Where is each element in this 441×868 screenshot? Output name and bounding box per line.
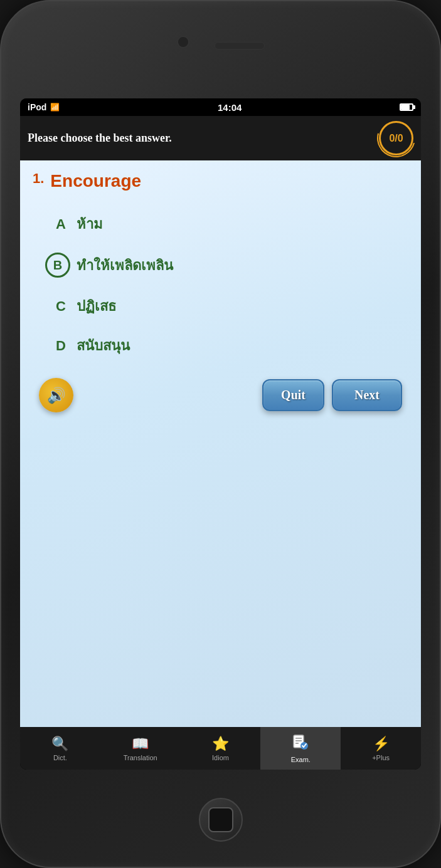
carrier-label: iPod (28, 102, 46, 112)
score-badge: 0/0 (379, 121, 413, 155)
score-value: 0/0 (389, 133, 403, 144)
question-number: 1. (33, 170, 44, 187)
main-content: 1. Encourage A ห้าม B ทำให้เพลิดเพลิน C (20, 160, 421, 727)
header-bar: Please choose the best answer. 0/0 (20, 116, 421, 160)
sound-icon: 🔊 (47, 387, 66, 404)
question-word: Encourage (50, 171, 141, 191)
answer-letter-a: A (45, 216, 77, 233)
tab-dict-label: Dict. (53, 754, 67, 761)
home-button-inner (208, 807, 233, 832)
answer-text-d: สนับสนุน (77, 335, 130, 357)
next-button[interactable]: Next (332, 379, 402, 411)
tab-plus-label: +Plus (372, 754, 390, 761)
translation-icon: 📖 (132, 736, 149, 752)
tab-idiom[interactable]: ⭐ Idiom (181, 727, 261, 770)
tab-exam[interactable]: Exam. (260, 727, 341, 770)
tab-translation[interactable]: 📖 Translation (100, 727, 181, 770)
idiom-icon: ⭐ (212, 736, 229, 752)
tab-translation-label: Translation (124, 754, 157, 761)
answer-row-c[interactable]: C ปฏิเสธ (33, 295, 408, 317)
tab-plus[interactable]: ⚡ +Plus (341, 727, 421, 770)
quit-button[interactable]: Quit (262, 379, 324, 411)
answer-letter-b: B (45, 253, 70, 278)
answer-letter-c: C (45, 298, 77, 315)
answer-text-c: ปฏิเสธ (77, 295, 116, 317)
status-bar: iPod 📶 14:04 (20, 98, 421, 116)
status-time: 14:04 (218, 102, 242, 113)
exam-icon (292, 734, 309, 754)
phone-screen: iPod 📶 14:04 Please choose the best answ… (20, 98, 421, 770)
answer-letter-d: D (45, 338, 77, 354)
answer-text-a: ห้าม (77, 213, 103, 235)
content-area: Please choose the best answer. 0/0 1. En… (20, 116, 421, 770)
phone-device: iPod 📶 14:04 Please choose the best answ… (0, 0, 441, 868)
camera (177, 36, 189, 48)
question-row: 1. Encourage (33, 170, 408, 192)
tab-idiom-label: Idiom (212, 754, 229, 761)
tab-dict[interactable]: 🔍 Dict. (20, 727, 100, 770)
header-title: Please choose the best answer. (28, 132, 373, 145)
bottom-controls: 🔊 Quit Next (33, 378, 408, 412)
home-button[interactable] (199, 798, 243, 842)
tab-exam-label: Exam. (291, 756, 311, 763)
battery-fill (401, 105, 410, 110)
tab-bar: 🔍 Dict. 📖 Translation ⭐ Idiom (20, 727, 421, 770)
answer-text-b: ทำให้เพลิดเพลิน (77, 254, 173, 276)
speaker (215, 42, 265, 50)
answer-row-a[interactable]: A ห้าม (33, 213, 408, 235)
battery-icon (400, 103, 413, 111)
answer-row-b[interactable]: B ทำให้เพลิดเพลิน (33, 253, 408, 278)
wifi-icon: 📶 (50, 103, 60, 112)
dict-icon: 🔍 (51, 736, 68, 752)
sound-button[interactable]: 🔊 (39, 378, 73, 412)
plus-icon: ⚡ (373, 736, 390, 752)
status-left: iPod 📶 (28, 102, 60, 112)
answer-row-d[interactable]: D สนับสนุน (33, 335, 408, 357)
